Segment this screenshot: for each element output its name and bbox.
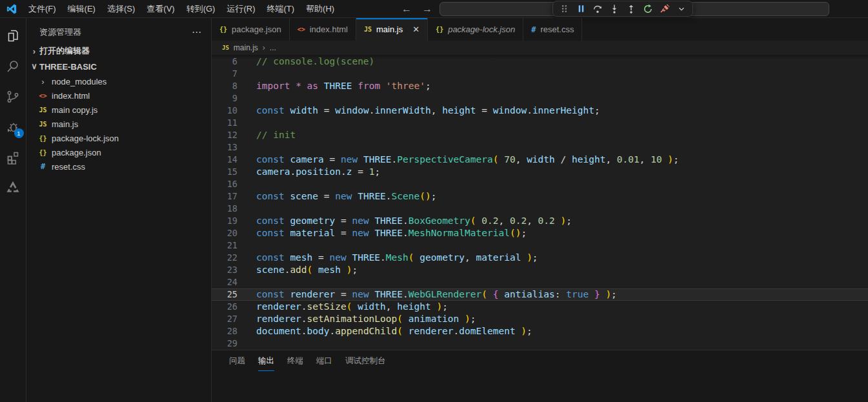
workspace-root-section[interactable]: ∨ THREE-BASIC: [26, 59, 211, 74]
code-line[interactable]: 26renderer.setSize( width, height );: [212, 301, 868, 313]
code-line[interactable]: 15camera.position.z = 1;: [212, 166, 868, 178]
code-line[interactable]: 22const mesh = new THREE.Mesh( geometry,…: [212, 252, 868, 264]
code-line[interactable]: 8import * as THREE from 'three';: [212, 80, 868, 92]
menu-item-5[interactable]: 运行(R): [221, 0, 261, 17]
code-line[interactable]: 27renderer.setAnimationLoop( animation )…: [212, 313, 868, 325]
debug-step-into-icon[interactable]: [607, 2, 621, 16]
line-number[interactable]: 21: [212, 239, 237, 252]
line-number[interactable]: 17: [212, 190, 237, 203]
file-reset-css[interactable]: #reset.css: [26, 159, 211, 174]
debug-chevron-down-icon[interactable]: [674, 2, 689, 16]
code-line[interactable]: 24: [212, 276, 868, 288]
line-number[interactable]: 15: [212, 166, 237, 178]
line-number[interactable]: 25: [212, 288, 237, 301]
tab-reset-css[interactable]: #reset.css: [523, 18, 582, 41]
activity-search-icon[interactable]: [0, 51, 26, 81]
line-number[interactable]: 8: [212, 80, 237, 92]
panel-tab-2[interactable]: 终端: [281, 350, 310, 372]
line-number[interactable]: 19: [212, 215, 237, 227]
code-line[interactable]: 29: [212, 337, 868, 350]
code-line[interactable]: 12// init: [212, 129, 868, 141]
tab-package-json[interactable]: {}package.json: [212, 18, 290, 41]
line-number[interactable]: 20: [212, 227, 237, 239]
open-editors-section[interactable]: › 打开的编辑器: [26, 44, 211, 58]
line-number[interactable]: 27: [212, 313, 237, 325]
debug-restart-icon[interactable]: [641, 2, 655, 16]
code-line[interactable]: 9: [212, 92, 868, 105]
code-line[interactable]: 14const camera = new THREE.PerspectiveCa…: [212, 154, 868, 166]
line-number[interactable]: 16: [212, 178, 237, 190]
file-package-lock-json[interactable]: {}package-lock.json: [26, 131, 211, 145]
debug-step-over-icon[interactable]: [590, 2, 605, 16]
menu-item-0[interactable]: 文件(F): [23, 0, 62, 17]
activity-run-and-debug-icon[interactable]: 1: [0, 112, 26, 142]
activity-explorer-icon[interactable]: [0, 21, 26, 51]
code-line[interactable]: 25const renderer = new THREE.WebGLRender…: [212, 288, 868, 301]
panel-tab-4[interactable]: 调试控制台: [339, 350, 392, 372]
code-line[interactable]: 28document.body.appendChild( renderer.do…: [212, 325, 868, 337]
nav-forward-icon[interactable]: →: [422, 3, 432, 15]
panel-tab-1[interactable]: 输出: [252, 350, 281, 372]
tab-main-js[interactable]: JSmain.js✕: [356, 18, 428, 41]
activity-source-control-icon[interactable]: [0, 81, 26, 112]
code-line[interactable]: 16: [212, 178, 868, 190]
line-number[interactable]: 23: [212, 264, 237, 276]
debug-pause-icon[interactable]: [574, 2, 588, 16]
activity-extensions-icon[interactable]: [0, 142, 26, 172]
line-number[interactable]: 24: [212, 276, 237, 288]
code-line[interactable]: 18: [212, 203, 868, 215]
code-line[interactable]: 7: [212, 68, 868, 80]
file-main-js[interactable]: JSmain.js: [26, 117, 211, 131]
token: [589, 289, 594, 299]
breadcrumb-file[interactable]: main.js: [234, 43, 258, 52]
activity-knot-extension-icon[interactable]: [0, 172, 26, 203]
code-line[interactable]: 21: [212, 239, 868, 252]
code-line[interactable]: 10const width = window.innerWidth, heigh…: [212, 105, 868, 117]
code-line[interactable]: 11: [212, 117, 868, 129]
line-number[interactable]: 7: [212, 68, 237, 80]
line-number[interactable]: 10: [212, 105, 237, 117]
debug-disconnect-icon[interactable]: [658, 2, 672, 16]
line-number[interactable]: 11: [212, 117, 237, 129]
menu-item-2[interactable]: 选择(S): [101, 0, 141, 17]
nav-back-icon[interactable]: ←: [401, 3, 412, 15]
line-number[interactable]: 13: [212, 141, 237, 154]
breadcrumb-symbol[interactable]: ...: [270, 43, 276, 52]
close-icon[interactable]: ✕: [412, 25, 419, 34]
menu-item-7[interactable]: 帮助(H): [300, 0, 340, 17]
code-line[interactable]: 23scene.add( mesh );: [212, 264, 868, 276]
token: as: [307, 81, 318, 91]
line-number[interactable]: 29: [212, 337, 237, 350]
line-number[interactable]: 14: [212, 154, 237, 166]
line-number[interactable]: 12: [212, 129, 237, 141]
panel-tab-0[interactable]: 问题: [223, 350, 252, 372]
menu-item-4[interactable]: 转到(G): [181, 0, 221, 17]
debug-gripper-icon[interactable]: [557, 2, 571, 16]
code-line[interactable]: 17const scene = new THREE.Scene();: [212, 190, 868, 203]
menu-item-1[interactable]: 编辑(E): [62, 0, 101, 17]
tab-index-html[interactable]: <>index.html: [290, 18, 356, 41]
token: ;: [611, 289, 617, 299]
code-line[interactable]: 19const geometry = new THREE.BoxGeometry…: [212, 215, 868, 227]
debug-step-out-icon[interactable]: [624, 2, 638, 16]
more-actions-icon[interactable]: ⋯: [192, 26, 202, 38]
menu-item-6[interactable]: 终端(T): [261, 0, 300, 17]
line-number[interactable]: 28: [212, 325, 237, 337]
code-line[interactable]: 13: [212, 141, 868, 154]
code-line[interactable]: 6// console.log(scene): [212, 55, 868, 68]
menu-item-3[interactable]: 查看(V): [141, 0, 180, 17]
file-main-copy-js[interactable]: JSmain copy.js: [26, 103, 211, 117]
line-number[interactable]: 18: [212, 203, 237, 215]
token: 0.01: [617, 154, 640, 165]
line-number[interactable]: 9: [212, 92, 237, 105]
tab-package-lock-json[interactable]: {}package-lock.json: [428, 18, 523, 41]
file-node-modules[interactable]: ›node_modules: [26, 74, 211, 88]
file-package-json[interactable]: {}package.json: [26, 145, 211, 159]
code-line[interactable]: 20const material = new THREE.MeshNormalM…: [212, 227, 868, 239]
line-number[interactable]: 6: [212, 55, 237, 68]
line-number[interactable]: 22: [212, 252, 237, 264]
code-editor[interactable]: 6// console.log(scene)78import * as THRE…: [212, 55, 868, 350]
file-index-html[interactable]: <>index.html: [26, 88, 211, 103]
panel-tab-3[interactable]: 端口: [310, 350, 339, 372]
line-number[interactable]: 26: [212, 301, 237, 313]
